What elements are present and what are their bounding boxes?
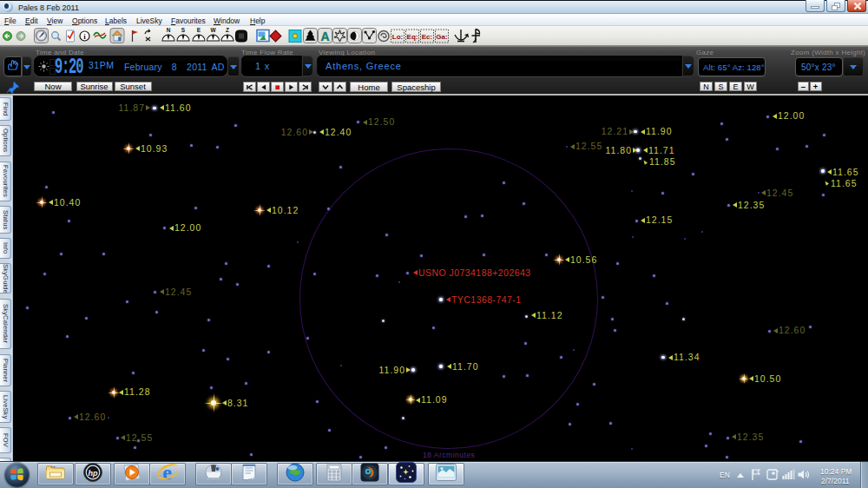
svg-text:W: W bbox=[210, 27, 216, 33]
svg-text:Lo:: Lo: bbox=[392, 33, 403, 41]
svg-text:N: N bbox=[167, 27, 171, 33]
svg-text:hp: hp bbox=[89, 469, 98, 478]
svg-text:E: E bbox=[197, 27, 201, 33]
svg-text:Eq:: Eq: bbox=[407, 33, 418, 41]
svg-text:S: S bbox=[181, 27, 186, 33]
svg-text:Ec:: Ec: bbox=[422, 33, 432, 41]
svg-text:Z: Z bbox=[226, 27, 229, 33]
svg-text:A: A bbox=[320, 30, 329, 43]
svg-text:Ga:: Ga: bbox=[436, 33, 447, 41]
